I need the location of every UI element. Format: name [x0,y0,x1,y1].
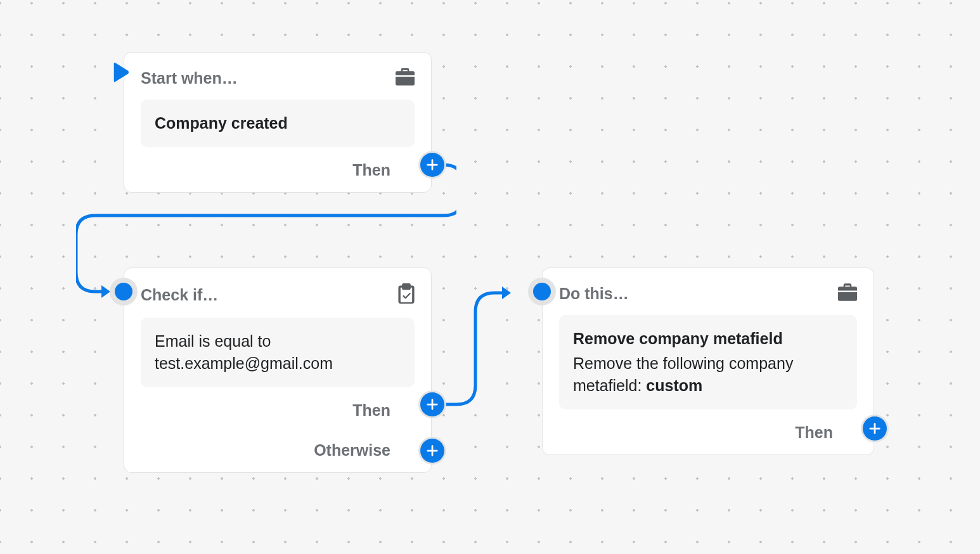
action-input-port[interactable] [528,278,556,306]
action-body-desc: Remove the following company metafield: … [573,352,843,397]
clipboard-check-icon [398,283,415,306]
condition-title: Check if… [141,286,218,304]
briefcase-icon [396,68,415,88]
condition-input-port[interactable] [110,278,138,306]
condition-header: Check if… [141,283,415,306]
action-node[interactable]: Do this… Remove company metafield Remove… [542,267,874,455]
briefcase-icon [838,283,857,304]
action-body-title: Remove company metafield [573,328,843,350]
condition-otherwise-label: Otherwise [314,441,390,460]
condition-then-add-button[interactable] [418,390,446,418]
trigger-node[interactable]: Start when… Company created Then [124,52,432,193]
workflow-canvas[interactable]: Start when… Company created Then Check i… [0,0,980,554]
condition-node[interactable]: Check if… Email is equal to test.example… [124,267,432,473]
action-then-add-button[interactable] [861,415,889,442]
trigger-then-add-button[interactable] [418,151,446,179]
condition-body: Email is equal to test.example@gmail.com [141,318,415,387]
action-title: Do this… [559,285,629,303]
trigger-title: Start when… [141,69,238,87]
trigger-then-label: Then [352,161,390,179]
action-header: Do this… [559,283,857,304]
trigger-header: Start when… [141,68,415,88]
condition-then-label: Then [352,401,390,420]
play-start-icon [113,62,130,85]
action-body: Remove company metafield Remove the foll… [559,315,857,409]
condition-otherwise-add-button[interactable] [418,437,446,465]
action-then-label: Then [795,423,833,442]
trigger-body: Company created [141,100,415,147]
